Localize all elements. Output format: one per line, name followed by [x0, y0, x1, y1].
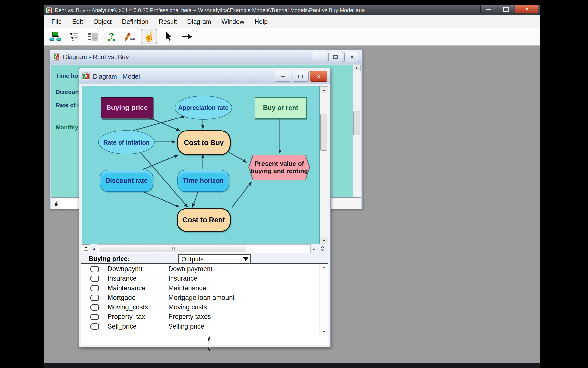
- list-item[interactable]: Maintenance Maintenance: [81, 283, 319, 293]
- resize-panel-icon[interactable]: ⇕: [317, 244, 328, 253]
- browse-mode-button[interactable]: ☝: [141, 29, 157, 44]
- minimize-icon: [281, 76, 285, 77]
- clipped-node-label: Discount: [56, 89, 81, 95]
- outputs-dropdown-value: Outputs: [179, 255, 243, 263]
- node-shape-icon: [90, 285, 99, 291]
- maximize-icon: [333, 55, 338, 59]
- rent-maximize-button[interactable]: [328, 52, 343, 62]
- expression-view-button[interactable]: exr: [122, 29, 137, 44]
- menu-result[interactable]: Result: [154, 15, 182, 28]
- input-arrow-mode-button[interactable]: [179, 29, 194, 44]
- model-window-titlebar[interactable]: Diagram - Model ×: [79, 68, 330, 84]
- maximize-icon: [298, 75, 303, 78]
- model-vertical-scrollbar[interactable]: ▲ ▼: [320, 86, 328, 244]
- menu-edit[interactable]: Edit: [67, 15, 88, 28]
- app-close-button[interactable]: ×: [515, 5, 538, 13]
- rent-close-button[interactable]: ×: [344, 52, 359, 62]
- up-to-parent-icon: [84, 246, 88, 252]
- output-description: Moving costs: [168, 303, 207, 311]
- list-item[interactable]: Moving_costs Moving costs: [81, 302, 319, 312]
- list-item[interactable]: Sell_price Selling price: [81, 322, 319, 331]
- node-cost-to-buy[interactable]: Cost to Buy: [177, 130, 231, 155]
- node-shape-icon: [90, 304, 99, 311]
- maximize-icon: [503, 7, 509, 12]
- node-buying-price[interactable]: Buying price: [101, 97, 153, 118]
- chevron-down-icon: [243, 257, 248, 261]
- outputs-dropdown[interactable]: Outputs: [178, 254, 251, 264]
- list-item[interactable]: Insurance Insurance: [81, 274, 319, 283]
- list-item[interactable]: Downpaymt Down payment: [81, 264, 319, 274]
- node-buy-or-rent[interactable]: Buy or rent: [255, 97, 307, 119]
- model-maximize-button[interactable]: [293, 71, 309, 82]
- scroll-left-icon[interactable]: ◂: [90, 245, 97, 253]
- parent-diagram-button[interactable]: [82, 244, 90, 253]
- expression-view-icon: exr: [124, 32, 136, 41]
- outline-view-icon: [69, 32, 79, 41]
- outline-view-button[interactable]: [66, 29, 82, 44]
- list-item[interactable]: Mortgage Mortgage loan amount: [81, 293, 319, 302]
- scroll-down-icon[interactable]: ▼: [320, 237, 328, 244]
- menu-diagram[interactable]: Diagram: [182, 15, 216, 28]
- menu-object[interactable]: Object: [88, 15, 117, 28]
- analytica-logo-icon: [53, 53, 60, 61]
- object-window-button[interactable]: ?: [104, 29, 119, 44]
- parent-diagram-icon[interactable]: [54, 200, 59, 207]
- node-shape-icon: [90, 314, 99, 320]
- menu-file[interactable]: File: [46, 15, 67, 28]
- diagram-hierarchy-button[interactable]: [48, 29, 63, 44]
- clipped-node-label: Time ho: [56, 72, 78, 79]
- node-present-value-fill: Present value of buying and renting: [249, 155, 309, 180]
- app-title: Rent vs. Buy -- Analytica® x64 4.5.0.25 …: [55, 7, 480, 13]
- thumb-grip-icon: [171, 247, 172, 250]
- app-titlebar[interactable]: Rent vs. Buy -- Analytica® x64 4.5.0.25 …: [44, 5, 540, 15]
- node-present-value[interactable]: Present value of buying and renting: [248, 155, 310, 180]
- edit-mode-button[interactable]: [160, 29, 176, 44]
- workspace: Diagram - Rent vs. Buy × Time ho Discoun…: [44, 46, 540, 363]
- hscroll-track[interactable]: [97, 244, 311, 253]
- scroll-up-icon[interactable]: ▲: [353, 65, 361, 71]
- attribute-view-button[interactable]: [85, 29, 100, 44]
- minimize-icon: [486, 9, 491, 10]
- node-label: Cost to Buy: [184, 139, 224, 147]
- model-close-button[interactable]: ×: [310, 71, 327, 82]
- model-window: Diagram - Model ×: [79, 68, 331, 347]
- node-discount-rate[interactable]: Discount rate: [100, 170, 153, 192]
- output-identifier: Maintenance: [108, 284, 168, 292]
- hscroll-thumb[interactable]: [99, 245, 246, 252]
- rent-minimize-button[interactable]: [312, 52, 327, 62]
- scroll-up-icon[interactable]: ▲: [320, 86, 328, 93]
- scrollbar-thumb[interactable]: [320, 114, 327, 151]
- mouse-cursor-icon: [207, 336, 212, 352]
- outputs-list-scrollbar[interactable]: ▲ ▼: [320, 264, 328, 335]
- app-maximize-button[interactable]: [498, 5, 514, 13]
- output-identifier: Mortgage: [108, 294, 168, 302]
- node-cost-to-rent[interactable]: Cost to Rent: [177, 208, 231, 232]
- thumb-grip-icon: [174, 247, 175, 250]
- model-minimize-button[interactable]: [275, 71, 291, 82]
- analytica-app-window: Rent vs. Buy -- Analytica® x64 4.5.0.25 …: [44, 5, 540, 363]
- rent-window-titlebar[interactable]: Diagram - Rent vs. Buy ×: [50, 50, 362, 64]
- model-diagram-canvas: Buying price Appreciation rate Buy or re…: [82, 86, 320, 244]
- scroll-down-icon[interactable]: ▼: [320, 330, 328, 334]
- toolbar: ? exr ☝: [44, 28, 540, 46]
- scroll-up-icon[interactable]: ▲: [320, 265, 328, 269]
- node-time-horizon[interactable]: Time horizon: [177, 170, 229, 192]
- thumb-grip-icon: [172, 247, 173, 250]
- rent-vertical-scrollbar[interactable]: ▲: [353, 65, 361, 198]
- outputs-list: Downpaymt Down payment Insurance Insuran…: [81, 264, 319, 335]
- app-window-controls: ×: [480, 5, 538, 15]
- output-description: Property taxes: [168, 313, 211, 321]
- node-label: Time horizon: [183, 177, 224, 184]
- attribute-view-icon: [87, 32, 98, 41]
- node-label: Appreciation rate: [178, 104, 229, 111]
- node-rate-of-inflation[interactable]: Rate of inflation: [98, 130, 155, 154]
- node-appreciation-rate[interactable]: Appreciation rate: [175, 96, 232, 120]
- menu-help[interactable]: Help: [249, 15, 273, 28]
- menu-definition[interactable]: Definition: [117, 15, 154, 28]
- list-item[interactable]: Property_tax Property taxes: [81, 312, 319, 322]
- app-minimize-button[interactable]: [480, 5, 497, 13]
- scroll-right-icon[interactable]: ▸: [311, 245, 317, 253]
- diagram-hierarchy-icon: [49, 32, 61, 41]
- scrollbar-thumb[interactable]: [353, 111, 360, 135]
- menu-window[interactable]: Window: [216, 15, 249, 28]
